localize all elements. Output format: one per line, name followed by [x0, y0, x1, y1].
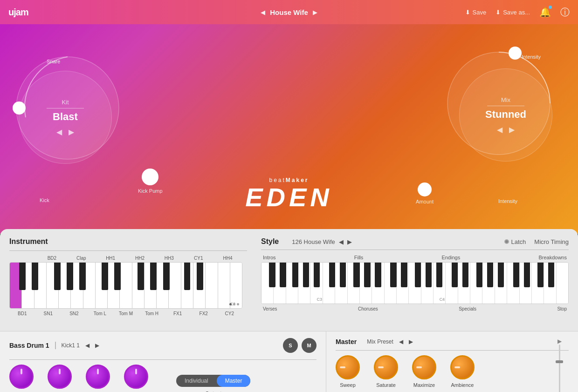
c3-label: C3	[317, 297, 322, 302]
ambience-label: Ambience	[451, 382, 474, 388]
master-divider	[336, 350, 569, 351]
preset-next-button[interactable]: ▶	[313, 9, 317, 16]
ambience-knob[interactable]	[450, 355, 475, 379]
drum-label-hh2: HH2	[125, 256, 155, 261]
kit-name: Blast	[53, 111, 78, 123]
filter-knob[interactable]	[124, 365, 148, 389]
style-cat-endings: Endings	[441, 255, 460, 260]
saturate-knob[interactable]	[374, 355, 398, 379]
master-header: Master Mix Preset ◀ ▶	[336, 338, 569, 345]
maximize-knob-item: Maximize	[412, 355, 436, 388]
mix-next-button[interactable]: ▶	[509, 125, 515, 134]
style-panel: Style 126 House Wife ◀ ▶ Latch Micro Tim…	[256, 229, 569, 331]
bd-prev-button[interactable]: ◀	[85, 342, 89, 349]
volume-knob[interactable]	[9, 365, 34, 389]
save-button[interactable]: ⬇ Save	[465, 9, 487, 16]
key-label-tomm: Tom M	[113, 311, 139, 316]
sweep-label: Sweep	[340, 382, 356, 388]
drum-label-clap: Clap	[67, 256, 96, 261]
master-next-button[interactable]: ▶	[409, 338, 413, 345]
mix-section: Mix Stunned ◀ ▶	[459, 59, 552, 162]
mix-circle: Mix Stunned ◀ ▶	[459, 68, 552, 162]
latch-control[interactable]: Latch	[504, 238, 526, 245]
decay-knob[interactable]	[48, 365, 72, 389]
key-label-fx2: FX2	[191, 311, 217, 316]
sweep-knob[interactable]	[336, 355, 360, 379]
instrument-keyboard[interactable]: C2	[9, 262, 242, 309]
master-prev-button[interactable]: ◀	[399, 338, 403, 345]
individual-option[interactable]: Individual	[176, 375, 217, 387]
bd-sm-buttons: S M	[283, 338, 317, 353]
preset-nav: ◀ House Wife ▶	[261, 8, 317, 16]
logo: ujam	[8, 7, 28, 18]
key-label-sn1: SN1	[35, 311, 62, 316]
style-preset: 126 House Wife	[292, 238, 335, 245]
mute-button[interactable]: M	[302, 338, 317, 353]
volume-fader[interactable]: ▶ ▼	[555, 338, 564, 392]
style-divider	[261, 250, 569, 250]
style-title: Style	[261, 237, 279, 246]
bd-divider	[9, 359, 317, 360]
key-label-fx1: FX1	[165, 311, 191, 316]
decay-knob-item: Decay	[48, 365, 72, 392]
style-next-button[interactable]: ▶	[347, 238, 352, 245]
kick-pump-section: Kick Pump	[138, 169, 163, 194]
panels-row: Instrument BD2 Clap HH1 HH2 HH3 CY1 HH4	[0, 229, 578, 331]
kit-circle: Kit Blast ◀ ▶	[19, 71, 112, 164]
mix-prev-button[interactable]: ◀	[497, 125, 502, 134]
kit-label: Kit	[62, 99, 69, 106]
master-panel: Master Mix Preset ◀ ▶ Sweep Saturate Max…	[326, 331, 578, 392]
preset-prev-button[interactable]: ◀	[261, 9, 265, 16]
ambience-knob-item: Ambience	[450, 355, 475, 388]
instrument-title: Instrument	[9, 237, 247, 246]
eden-logo-section: beatMaker EDEN	[245, 177, 333, 210]
mix-divider	[487, 106, 524, 106]
volume-knob-item: Volume	[9, 365, 34, 392]
c4-label: C4	[440, 297, 445, 302]
fader-up-arrow[interactable]: ▶	[557, 338, 562, 345]
latch-label: Latch	[511, 238, 526, 245]
preset-name: House Wife	[270, 8, 308, 16]
style-bottom-choruses: Choruses	[358, 306, 378, 311]
bd-header-divider	[55, 342, 56, 349]
pitch-knob[interactable]	[86, 365, 110, 389]
key-label-sn2: SN2	[61, 311, 87, 316]
key-label-toml: Tom L	[87, 311, 113, 316]
style-keyboard[interactable]: C3 C4	[261, 262, 569, 304]
fader-handle[interactable]	[556, 360, 563, 363]
solo-button[interactable]: S	[283, 338, 298, 353]
maximize-knob[interactable]	[412, 355, 436, 379]
kick-pump-knob[interactable]	[142, 169, 158, 185]
info-button[interactable]: ⓘ	[560, 6, 570, 19]
pitch-knob-item: Pitch	[86, 365, 110, 392]
bd-title: Bass Drum 1	[9, 342, 49, 349]
amount-knob[interactable]	[418, 182, 432, 196]
style-header: Style 126 House Wife ◀ ▶ Latch Micro Tim…	[261, 237, 569, 246]
master-knobs-row: Sweep Saturate Maximize Ambience	[336, 355, 569, 388]
key-label-cy2: CY2	[217, 311, 243, 316]
bd-content: Volume Decay Pitch Filter	[9, 365, 317, 392]
save-as-button[interactable]: ⬇ Save as...	[495, 9, 530, 16]
key-label-bd1: BD1	[9, 311, 35, 316]
master-option[interactable]: Master	[217, 375, 251, 387]
top-bar: ujam ◀ House Wife ▶ ⬇ Save ⬇ Save as... …	[0, 0, 578, 24]
bd-header: Bass Drum 1 Kick1 1 ◀ ▶ S M	[9, 338, 317, 353]
kit-section: Kit Blast ◀ ▶	[19, 61, 112, 164]
notification-button[interactable]: 🔔	[539, 7, 551, 18]
kit-next-button[interactable]: ▶	[69, 128, 74, 136]
key-label-tomh: Tom H	[139, 311, 165, 316]
key-bottom-labels: BD1 SN1 SN2 Tom L Tom M Tom H FX1 FX2 CY…	[9, 311, 242, 316]
kit-divider	[47, 108, 84, 108]
output-section: Individual Master Output	[176, 375, 250, 392]
instrument-panel: Instrument BD2 Clap HH1 HH2 HH3 CY1 HH4	[9, 229, 247, 331]
style-prev-button[interactable]: ◀	[339, 238, 344, 245]
style-bottom-verses: Verses	[263, 306, 277, 311]
drum-label-hh4: HH4	[213, 256, 242, 261]
instrument-divider	[9, 250, 247, 251]
bd-next-button[interactable]: ▶	[95, 342, 99, 349]
latch-dot	[504, 239, 509, 244]
mix-label: Mix	[501, 96, 510, 103]
output-toggle[interactable]: Individual Master	[176, 375, 250, 387]
kick-label: Kick	[40, 196, 49, 204]
kit-prev-button[interactable]: ◀	[56, 128, 62, 136]
